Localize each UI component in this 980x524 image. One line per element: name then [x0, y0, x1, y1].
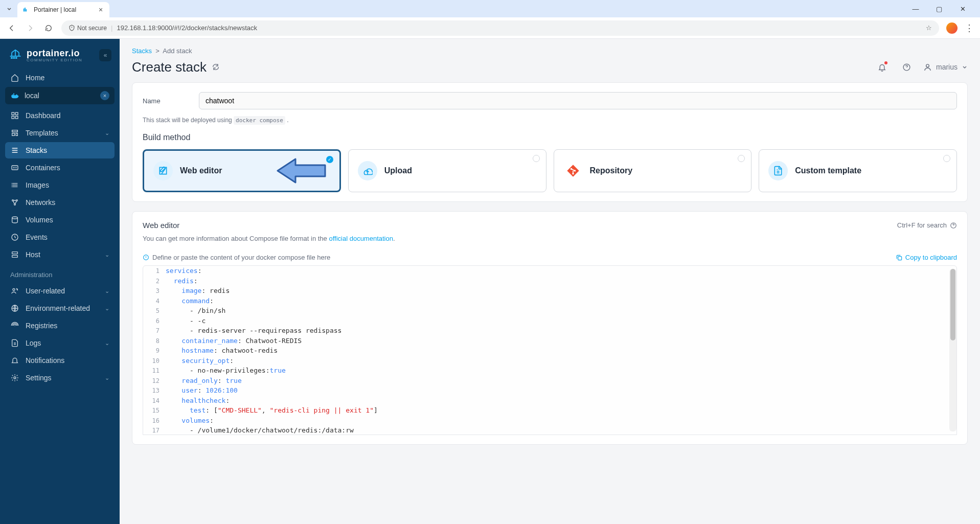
help-icon[interactable]	[899, 59, 915, 75]
editor-scrollbar[interactable]	[949, 269, 956, 431]
sidebar-item-host[interactable]: Host⌄	[5, 246, 115, 263]
close-icon[interactable]: ×	[97, 6, 104, 13]
code-line: 6 - -c	[143, 316, 956, 326]
forward-button[interactable]	[25, 22, 36, 34]
sidebar-item-networks[interactable]: Networks	[5, 194, 115, 211]
chevron-down-icon: ⌄	[105, 288, 109, 294]
chevron-down-icon: ⌄	[105, 340, 109, 347]
stack-name-input[interactable]	[199, 92, 957, 109]
sidebar-section-administration: Administration	[5, 264, 115, 283]
sidebar-item-label: Containers	[26, 164, 60, 172]
sidebar-item-stacks[interactable]: Stacks	[5, 142, 115, 158]
sidebar-item-templates[interactable]: Templates⌄	[5, 125, 115, 141]
docs-link[interactable]: official documentation	[329, 235, 393, 242]
sidebar-item-registries[interactable]: Registries	[5, 317, 115, 334]
containers-icon	[10, 164, 19, 172]
host-icon	[10, 250, 19, 259]
sidebar-item-settings[interactable]: Settings⌄	[5, 370, 115, 386]
code-line: 3 image: redis	[143, 286, 956, 296]
svg-rect-0	[24, 9, 25, 12]
sidebar-item-images[interactable]: Images	[5, 177, 115, 193]
sidebar-collapse-button[interactable]: «	[99, 49, 111, 61]
sidebar-item-label: Images	[26, 181, 49, 189]
page-header: Create stack marius	[132, 59, 968, 75]
svg-rect-12	[15, 116, 18, 119]
tab-list-dropdown[interactable]	[4, 4, 14, 14]
svg-rect-32	[898, 256, 901, 260]
profile-avatar[interactable]	[946, 22, 958, 34]
sidebar-item-label: Host	[26, 250, 40, 259]
svg-rect-8	[13, 94, 14, 95]
sidebar-item-label: Settings	[26, 374, 52, 382]
images-icon	[10, 181, 19, 189]
build-option-upload[interactable]: Upload	[348, 149, 546, 192]
build-option-web-editor[interactable]: Web editor ✓	[143, 149, 341, 192]
svg-rect-9	[12, 112, 14, 115]
build-option-custom-template[interactable]: Custom template	[759, 149, 957, 192]
svg-rect-6	[12, 95, 13, 96]
code-line: 12 read_only: true	[143, 376, 956, 386]
sidebar-item-home[interactable]: Home	[5, 70, 115, 86]
upload-icon	[358, 161, 377, 180]
code-line: 17 - /volume1/docker/chatwoot/redis:/dat…	[143, 425, 956, 435]
editor-title: Web editor	[143, 221, 179, 230]
code-editor[interactable]: 1services:2 redis:3 image: redis4 comman…	[143, 265, 957, 435]
minimize-button[interactable]: —	[908, 5, 923, 13]
svg-rect-1	[25, 8, 26, 12]
sidebar-item-logs[interactable]: Logs⌄	[5, 335, 115, 351]
chevron-down-icon: ⌄	[105, 375, 109, 381]
maximize-button[interactable]: ▢	[932, 5, 946, 13]
reload-button[interactable]	[43, 22, 54, 34]
svg-point-21	[13, 288, 15, 290]
svg-rect-10	[15, 112, 18, 115]
bell-icon	[10, 356, 19, 364]
svg-point-17	[12, 217, 18, 219]
sidebar-item-label: Dashboard	[26, 111, 61, 120]
home-icon	[10, 74, 19, 82]
deploy-hint: This stack will be deployed using docker…	[143, 117, 957, 124]
sidebar-item-label: Templates	[26, 129, 58, 137]
sidebar-item-user-related[interactable]: User-related⌄	[5, 283, 115, 299]
editor-subtext: You can get more information about Compo…	[143, 235, 957, 242]
sidebar-item-containers[interactable]: Containers	[5, 160, 115, 176]
back-button[interactable]	[6, 22, 17, 34]
close-window-button[interactable]: ✕	[955, 5, 970, 13]
svg-rect-4	[13, 57, 15, 59]
breadcrumb-root[interactable]: Stacks	[132, 47, 152, 55]
sidebar-item-dashboard[interactable]: Dashboard	[5, 107, 115, 124]
copy-to-clipboard-button[interactable]: Copy to clipboard	[896, 254, 957, 261]
sidebar-item-notifications[interactable]: Notifications	[5, 352, 115, 369]
bookmark-star-icon[interactable]: ☆	[926, 24, 932, 32]
environment-badge[interactable]: local ×	[5, 87, 115, 104]
sidebar-item-events[interactable]: Events	[5, 229, 115, 245]
notification-bell-icon[interactable]	[874, 59, 891, 75]
sidebar-item-environment-related[interactable]: Environment-related⌄	[5, 300, 115, 316]
svg-point-26	[926, 64, 929, 67]
env-close-icon[interactable]: ×	[100, 91, 109, 100]
tab-title: Portainer | local	[34, 6, 76, 13]
radio-icon	[738, 155, 745, 162]
code-line: 8 container_name: Chatwoot-REDIS	[143, 336, 956, 346]
sidebar-item-label: User-related	[26, 287, 65, 295]
sidebar-item-label: Logs	[26, 339, 41, 347]
build-option-repository[interactable]: Repository	[554, 149, 752, 192]
refresh-icon[interactable]	[212, 63, 220, 71]
url-input[interactable]: Not secure | 192.168.1.18:9000/#!/2/dock…	[61, 20, 939, 36]
kebab-menu-icon[interactable]: ⋮	[965, 22, 974, 34]
sidebar: portainer.io COMMUNITY EDITION « Home lo…	[0, 39, 120, 524]
radio-icon	[943, 155, 950, 162]
docker-whale-icon	[10, 91, 19, 100]
editor-search-hint: Ctrl+F for search	[897, 221, 957, 229]
svg-point-16	[14, 204, 16, 206]
logo: portainer.io COMMUNITY EDITION «	[5, 46, 115, 70]
editor-placeholder-hint: Define or paste the content of your dock…	[143, 254, 330, 261]
svg-point-14	[12, 200, 14, 201]
code-line: 13 user: 1026:100	[143, 385, 956, 396]
templates-icon	[10, 129, 19, 137]
annotation-arrow-icon	[275, 158, 326, 184]
user-menu[interactable]: marius	[923, 63, 968, 72]
sidebar-item-volumes[interactable]: Volumes	[5, 212, 115, 228]
browser-tab[interactable]: Portainer | local ×	[17, 2, 109, 17]
sidebar-item-label: Notifications	[26, 356, 64, 364]
svg-point-23	[14, 325, 15, 326]
